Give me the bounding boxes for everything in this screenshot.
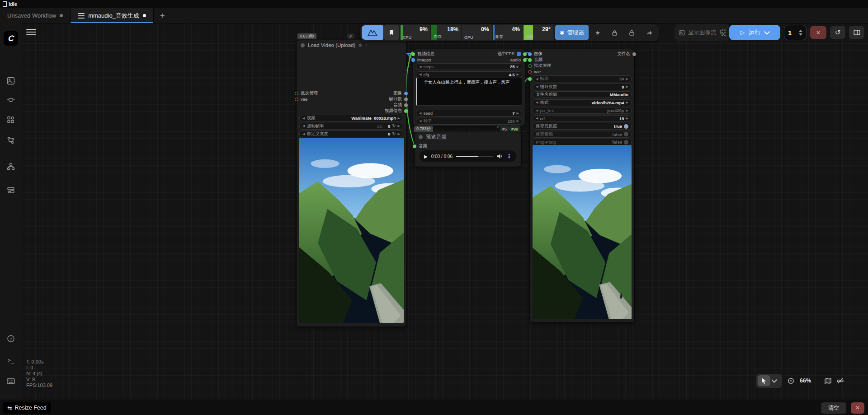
fit-view-icon[interactable] bbox=[788, 378, 794, 384]
output-slot[interactable]: 视频信息 bbox=[385, 108, 402, 114]
input-slot-dot[interactable] bbox=[528, 77, 532, 81]
kebab-menu-icon[interactable]: ⋮ bbox=[506, 153, 512, 159]
slot-dot[interactable] bbox=[632, 52, 636, 56]
drag-handle-icon[interactable] bbox=[722, 29, 726, 36]
toggle-on[interactable] bbox=[624, 124, 628, 129]
input-slot[interactable]: vae bbox=[301, 96, 318, 102]
output-slot[interactable]: 图像 bbox=[385, 90, 402, 96]
close-feed-button[interactable]: ✕ bbox=[851, 402, 864, 414]
volume-icon[interactable] bbox=[497, 154, 503, 159]
slot-dot[interactable] bbox=[523, 58, 527, 62]
output-slot[interactable]: audio bbox=[498, 57, 521, 63]
widget-row[interactable]: ◀steps25▶ bbox=[416, 63, 522, 70]
node-video-combine[interactable]: 图像音频批次管理vae 文件名 ◀帧率24▶◀循环次数0▶文件名前缀MMaudi… bbox=[529, 49, 635, 322]
cancel-run-button[interactable]: ✕ bbox=[810, 26, 826, 39]
widget-row[interactable]: 文件名前缀MMaudio bbox=[533, 91, 632, 98]
lock-open-icon[interactable] bbox=[624, 25, 640, 40]
toggle-off[interactable] bbox=[624, 140, 628, 145]
widget-row[interactable]: ◀视频Wanimate_00018.mp4▶ bbox=[299, 115, 403, 121]
widget-row[interactable]: 保存元数据true bbox=[533, 123, 632, 130]
comfy-logo[interactable]: C bbox=[0, 31, 22, 46]
output-slot[interactable]: 文件名 bbox=[618, 51, 631, 57]
audio-seek-bar[interactable] bbox=[456, 156, 493, 157]
slot-dot[interactable] bbox=[404, 98, 408, 101]
fps-square-widget[interactable] bbox=[517, 52, 521, 56]
slot-dot[interactable] bbox=[413, 145, 416, 148]
chevron-down-icon[interactable] bbox=[764, 29, 770, 35]
input-slot[interactable]: vae bbox=[534, 69, 551, 75]
widget-row[interactable]: ◀pix_fmtyuv420p▶ bbox=[533, 107, 632, 114]
slot-dot[interactable] bbox=[411, 58, 415, 62]
slot-dot[interactable] bbox=[528, 58, 532, 62]
pointer-tool-button[interactable] bbox=[756, 374, 782, 388]
workflows-icon[interactable] bbox=[0, 133, 22, 148]
slot-dot[interactable] bbox=[295, 98, 298, 101]
prompt-textarea[interactable]: 一个女人在山路上行走，摩擦声，撞击声，风声 bbox=[416, 78, 522, 106]
node-map-icon[interactable] bbox=[0, 159, 22, 174]
queue-layout-icon[interactable] bbox=[0, 182, 22, 198]
node-title-bar[interactable]: Load Video (Upload) ⧉ ◔ bbox=[297, 40, 406, 50]
minimap-icon[interactable] bbox=[825, 378, 831, 384]
play-button[interactable]: ▶ bbox=[424, 154, 428, 159]
manager-button[interactable]: ✱ 管理器 bbox=[555, 25, 589, 40]
slot-dot[interactable] bbox=[404, 109, 408, 113]
comfyui-menu-button[interactable] bbox=[362, 25, 383, 40]
toggle-off[interactable] bbox=[624, 132, 628, 136]
slot-dot[interactable] bbox=[528, 64, 532, 68]
new-tab-button[interactable]: + bbox=[154, 8, 171, 23]
model-library-icon[interactable] bbox=[0, 112, 22, 127]
node-library-icon[interactable] bbox=[0, 92, 22, 107]
slot-dot[interactable] bbox=[528, 70, 532, 74]
bookmark-button[interactable] bbox=[384, 25, 399, 40]
count-spinner[interactable] bbox=[799, 30, 802, 36]
node-title-bar[interactable]: 预览音频 bbox=[415, 132, 521, 141]
collapse-dot-icon[interactable] bbox=[419, 135, 423, 139]
slot-dot[interactable] bbox=[411, 52, 415, 56]
output-slot[interactable]: 选中FPS bbox=[498, 51, 521, 57]
slot-dot[interactable] bbox=[404, 103, 408, 107]
widget-row[interactable]: ◀seed7▶ bbox=[416, 110, 522, 117]
chevron-down-icon[interactable] bbox=[771, 377, 777, 383]
star-icon[interactable]: ★ bbox=[590, 25, 606, 40]
media-assets-icon[interactable] bbox=[0, 73, 22, 89]
help-icon[interactable]: ? bbox=[0, 331, 22, 346]
output-slot[interactable]: 帧计数 bbox=[385, 96, 402, 102]
slot-dot[interactable] bbox=[528, 52, 532, 56]
widget-row[interactable]: ◀自定义宽度0↻▶ bbox=[299, 131, 403, 137]
widget-row[interactable]: ◀强制帧率16←0↻▶ bbox=[299, 123, 403, 130]
menu-toggle-button[interactable] bbox=[25, 26, 37, 38]
slot-dot[interactable] bbox=[523, 52, 527, 56]
clear-feed-button[interactable]: 清空 bbox=[821, 402, 846, 414]
tab-mmaudio[interactable]: mmaudio_音效生成 bbox=[71, 8, 154, 23]
terminal-icon[interactable]: >_ bbox=[0, 353, 22, 368]
lock-icon[interactable] bbox=[607, 25, 623, 40]
batch-count-input[interactable]: 1 bbox=[784, 25, 807, 40]
shortcuts-keyboard-icon[interactable] bbox=[0, 373, 22, 389]
widget-row[interactable]: ◀循环次数0▶ bbox=[533, 84, 632, 90]
input-slot[interactable]: 视频信息 bbox=[417, 51, 434, 57]
input-slot[interactable]: 音频 bbox=[419, 143, 427, 149]
tab-unsaved-workflow[interactable]: Unsaved Workflow bbox=[0, 8, 71, 23]
side-panel-toggle-button[interactable] bbox=[849, 26, 864, 39]
input-slot[interactable]: 批次管理 bbox=[534, 63, 551, 69]
history-button[interactable]: ↺ bbox=[830, 26, 845, 39]
share-icon[interactable] bbox=[641, 25, 657, 40]
input-slot[interactable]: images bbox=[417, 57, 434, 63]
tab-menu-icon[interactable] bbox=[78, 13, 85, 19]
input-slot[interactable]: 图像 bbox=[534, 51, 551, 57]
widget-row[interactable]: 修剪音频false bbox=[533, 131, 632, 138]
resize-feed-button[interactable]: ⇆ Resize Feed bbox=[3, 402, 51, 414]
widget-row[interactable]: ◀种子100▶ bbox=[416, 118, 522, 125]
slot-dot[interactable] bbox=[404, 92, 408, 95]
widget-row[interactable]: ◀格式video/h264-mp4▶ bbox=[533, 99, 632, 106]
zoom-level[interactable]: 66% bbox=[800, 378, 811, 384]
collapse-dot-icon[interactable] bbox=[301, 43, 305, 47]
output-slot[interactable]: 音频 bbox=[385, 102, 402, 108]
image-feed-toggle[interactable]: 显示图像流 bbox=[675, 24, 729, 41]
run-button[interactable]: ▷ 运行 bbox=[729, 25, 780, 40]
widget-row[interactable]: ◀crf19▶ bbox=[533, 115, 632, 122]
widget-row[interactable]: Ping-Pongfalse bbox=[533, 139, 632, 145]
widget-row[interactable]: ◀cfg4.5▶ bbox=[416, 71, 522, 78]
link-visibility-icon[interactable] bbox=[837, 378, 844, 384]
slot-dot[interactable] bbox=[295, 92, 298, 95]
